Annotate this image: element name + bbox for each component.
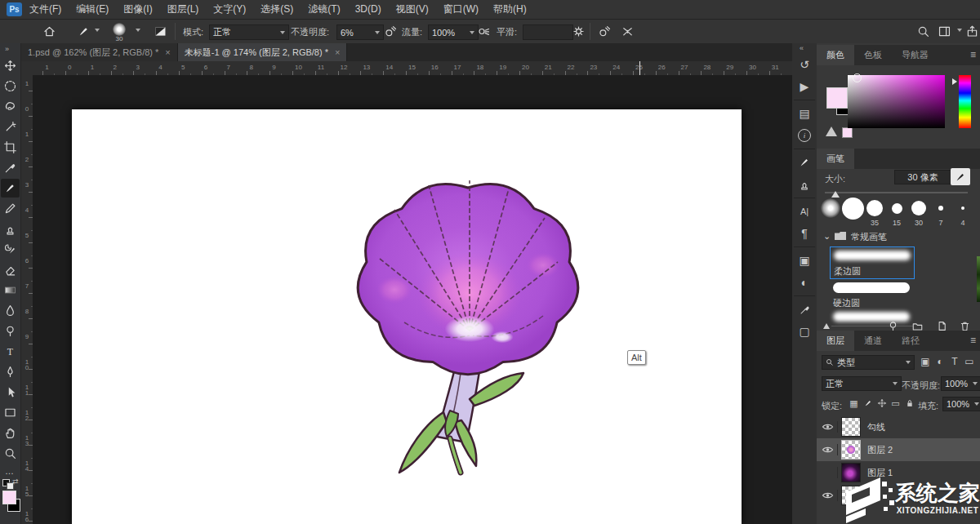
notes-icon[interactable]: ▢ — [795, 322, 814, 341]
more-tools-icon[interactable]: … — [5, 466, 14, 476]
panel-menu-icon[interactable]: ≡ — [970, 49, 976, 60]
history-icon[interactable]: ↺ — [795, 55, 814, 74]
menu-item-10[interactable]: 帮助(H) — [486, 0, 534, 19]
opacity-dropdown[interactable]: 6% — [336, 24, 384, 40]
smoothing-options-gear-icon[interactable] — [570, 23, 586, 39]
tool-lasso[interactable] — [1, 97, 20, 116]
tool-pen[interactable] — [1, 362, 20, 381]
brush-group-caret[interactable]: ⌄ — [823, 231, 831, 242]
visibility-eye-icon[interactable] — [822, 421, 838, 433]
brush-group-label[interactable]: 常规画笔 — [851, 231, 887, 243]
close-icon[interactable]: × — [335, 47, 340, 57]
lock-artboard-icon[interactable]: ▭ — [889, 398, 902, 409]
tool-history-brush[interactable] — [1, 240, 20, 259]
layer-filter-select[interactable]: 类型 — [822, 355, 915, 370]
adjustments-icon[interactable]: ◐ — [795, 273, 814, 292]
brush-preset-0[interactable] — [820, 198, 841, 227]
smoothing-field[interactable] — [523, 24, 573, 40]
brush-preset-5[interactable]: 7 — [930, 198, 951, 227]
brush-stroke-preview[interactable] — [833, 312, 910, 322]
layer-fill-field[interactable]: 100% — [942, 397, 980, 411]
adjustment-filter-icon[interactable]: ◐ — [933, 356, 947, 367]
paragraph-icon[interactable]: ¶ — [795, 224, 814, 243]
clone-source-icon[interactable] — [795, 175, 814, 194]
menu-item-0[interactable]: 文件(F) — [22, 0, 69, 19]
tool-shape[interactable] — [1, 403, 20, 422]
share-icon[interactable] — [964, 23, 980, 39]
tool-clone-stamp[interactable] — [1, 220, 20, 238]
menu-item-4[interactable]: 文字(Y) — [206, 0, 253, 19]
home-icon[interactable] — [41, 23, 57, 39]
color-cursor[interactable] — [853, 73, 862, 82]
menu-item-5[interactable]: 选择(S) — [253, 0, 301, 19]
brush-size-slider-thumb[interactable] — [831, 191, 840, 198]
toolbar-collapse-icon[interactable]: » — [5, 45, 9, 53]
brush-preset-caret[interactable] — [136, 29, 140, 32]
panel-collapse-icon[interactable]: « — [800, 44, 804, 52]
search-icon[interactable] — [915, 23, 931, 39]
blend-mode-select[interactable]: 正常 — [822, 376, 902, 391]
pressure-opacity-icon[interactable] — [382, 23, 399, 39]
brush-tool-caret[interactable] — [95, 29, 100, 32]
layer-thumbnail[interactable] — [842, 441, 860, 459]
tool-zoom[interactable] — [1, 444, 20, 463]
blend-mode-dropdown[interactable]: 正常 — [209, 24, 289, 40]
swap-colors-icon[interactable]: ⇄ — [12, 477, 19, 486]
layers-tab-2[interactable]: 路径 — [892, 331, 929, 351]
brush-preset-2[interactable]: 35 — [864, 198, 885, 227]
type-filter-icon[interactable]: T — [947, 356, 962, 367]
tool-presets-icon[interactable] — [795, 300, 814, 319]
smart-object-filter-icon[interactable] — [977, 356, 980, 367]
pasteboard[interactable]: Alt — [33, 75, 792, 524]
brush-size-slider-track[interactable] — [825, 192, 968, 193]
tool-marquee[interactable] — [1, 77, 20, 95]
brush-item-0[interactable]: 柔边圆 — [830, 246, 915, 279]
lock-all-icon[interactable] — [903, 398, 915, 409]
libraries-icon[interactable]: ▣ — [795, 251, 814, 270]
gamut-color-swatch[interactable] — [842, 127, 853, 138]
menu-item-1[interactable]: 编辑(E) — [69, 0, 116, 19]
preview-size-slider-thumb[interactable] — [823, 323, 830, 329]
airbrush-icon[interactable] — [475, 23, 492, 39]
panel-menu-icon[interactable]: ≡ — [970, 335, 976, 346]
menu-item-3[interactable]: 图层(L) — [160, 0, 207, 19]
layer-row-0[interactable]: 勾线 — [817, 415, 980, 438]
brush-size-field[interactable]: 30 像素 — [894, 170, 951, 184]
lock-transparency-icon[interactable]: ▦ — [848, 398, 860, 409]
character-icon[interactable]: A| — [795, 202, 814, 221]
tool-crop[interactable] — [1, 138, 20, 157]
tool-brush[interactable] — [1, 179, 20, 198]
tool-eraser[interactable] — [1, 260, 20, 279]
horizontal-ruler[interactable]: 1012345678910111213141516171819202122232… — [21, 61, 792, 76]
tool-gradient[interactable] — [1, 281, 20, 300]
hue-slider-pointer[interactable] — [952, 78, 957, 85]
menu-item-7[interactable]: 3D(D) — [348, 0, 389, 19]
lock-pixels-icon[interactable] — [862, 398, 874, 409]
brush-tool-icon[interactable] — [75, 23, 91, 39]
brush-preset-6[interactable]: 4 — [952, 198, 973, 227]
canvas[interactable] — [72, 109, 742, 524]
flow-dropdown[interactable]: 100% — [428, 24, 479, 40]
foreground-color-swatch[interactable] — [826, 87, 848, 109]
tool-blur[interactable] — [1, 301, 20, 320]
brush-preset-1[interactable] — [842, 198, 863, 227]
brush-settings-icon[interactable] — [795, 153, 814, 172]
shape-filter-icon[interactable]: ▭ — [962, 356, 977, 367]
color-tab-1[interactable]: 色板 — [854, 45, 892, 65]
actions-icon[interactable]: ▶ — [795, 77, 814, 96]
brush-item-1[interactable]: 硬边圆 — [830, 279, 913, 310]
color-tab-0[interactable]: 颜色 — [817, 45, 854, 65]
brush-preset-3[interactable]: 15 — [886, 198, 907, 227]
brush-stroke-preview-button[interactable] — [951, 168, 970, 185]
picture-filter-icon[interactable]: ▣ — [918, 356, 933, 367]
layer-row-1[interactable]: 图层 2 — [817, 438, 980, 461]
menu-item-8[interactable]: 视图(V) — [389, 0, 436, 19]
document-tab-1[interactable]: 未标题-1 @ 174% (图层 2, RGB/8) *× — [178, 43, 348, 61]
vertical-ruler[interactable]: 101234567891 01 11 21 31 41 51 6 — [21, 75, 33, 524]
tab-brushes[interactable]: 画笔 — [817, 149, 854, 169]
tool-path-select[interactable] — [1, 383, 20, 402]
workspace-caret[interactable] — [957, 29, 962, 32]
workspace-switcher-icon[interactable] — [936, 23, 952, 39]
layers-tab-0[interactable]: 图层 — [817, 331, 854, 351]
preview-size-slider-track[interactable] — [831, 326, 913, 326]
